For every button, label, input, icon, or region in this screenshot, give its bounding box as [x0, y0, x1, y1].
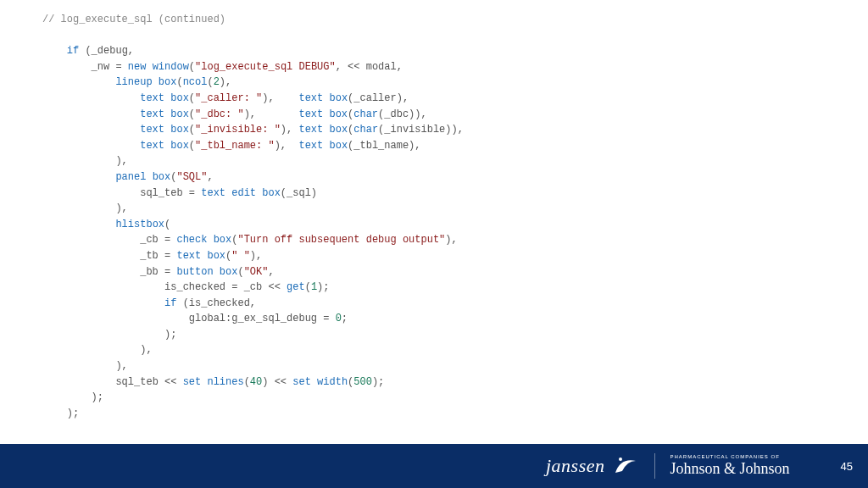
code-block: // log_execute_sql (continued) if (_debu…	[0, 0, 868, 444]
janssen-logo: janssen	[546, 452, 639, 480]
jnj-tagline: PHARMACEUTICAL COMPANIES OF	[670, 454, 780, 459]
jnj-wordmark: Johnson & Johnson	[670, 460, 790, 478]
page-number: 45	[841, 460, 853, 473]
code-comment: // log_execute_sql (continued)	[42, 14, 225, 25]
janssen-swoosh-icon	[612, 452, 639, 480]
jnj-logo: PHARMACEUTICAL COMPANIES OF Johnson & Jo…	[670, 454, 790, 478]
footer-divider	[654, 453, 655, 479]
slide-footer: janssen PHARMACEUTICAL COMPANIES OF John…	[0, 444, 868, 488]
svg-point-0	[619, 458, 622, 461]
janssen-wordmark: janssen	[546, 455, 605, 477]
